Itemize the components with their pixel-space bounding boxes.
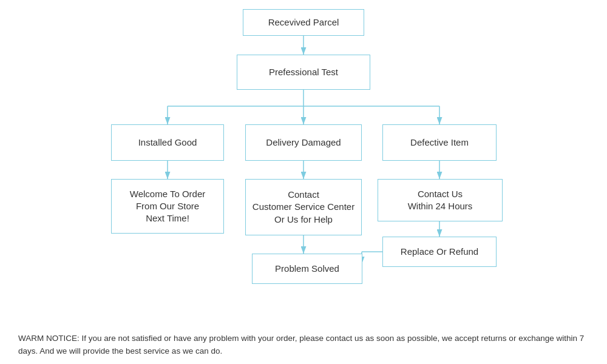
warm-notice: WARM NOTICE: If you are not satisfied or… — [18, 332, 589, 358]
defective-item-box: Defective Item — [382, 124, 497, 161]
received-parcel-box: Recevived Parcel — [243, 9, 364, 36]
welcome-order-box: Welcome To Order From Our Store Next Tim… — [111, 179, 224, 234]
delivery-damaged-box: Delivery Damaged — [245, 124, 362, 161]
contact-us-box: Contact Us Within 24 Hours — [378, 179, 503, 221]
problem-solved-box: Problem Solved — [252, 254, 362, 284]
replace-refund-box: Replace Or Refund — [382, 237, 497, 267]
contact-service-box: Contact Customer Service Center Or Us fo… — [245, 179, 362, 235]
installed-good-box: Installed Good — [111, 124, 224, 161]
professional-test-box: Prefessional Test — [237, 55, 370, 90]
flowchart-area: Recevived Parcel Prefessional Test Insta… — [0, 0, 607, 309]
